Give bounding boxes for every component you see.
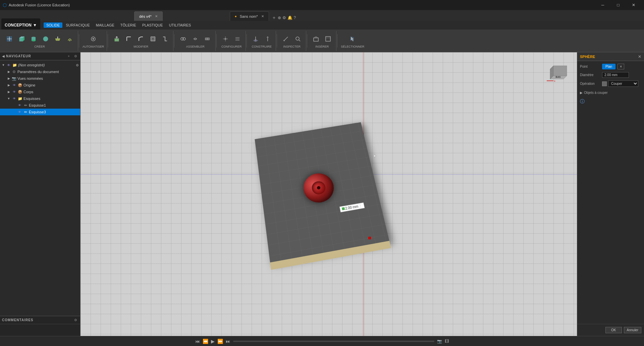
tab-sans-nom[interactable]: ● Sans nom* ✕ [230, 11, 269, 21]
parameters-button[interactable] [232, 34, 243, 44]
toolbar-construire: CONSTRUIRE [248, 31, 276, 51]
tree-item-corps[interactable]: ▶ 👁 📦 Corps [0, 89, 80, 95]
sphere-content: Point Plan ✕ Diamètre Opération Couper N… [577, 61, 644, 324]
menu-utilitaires[interactable]: UTILITAIRES [166, 22, 194, 28]
face-corner-br[interactable] [368, 237, 371, 239]
orientation-cube[interactable]: BAS x [543, 59, 570, 86]
add-tab-button[interactable]: ＋ [272, 15, 276, 21]
info-icon[interactable]: ⓘ [580, 99, 585, 104]
maximize-button[interactable]: □ [610, 0, 626, 10]
dim-menu-icon[interactable]: ⋮ [359, 204, 363, 208]
creer-label: CRÉER [34, 45, 45, 48]
automatiser-button[interactable] [88, 34, 99, 44]
create-revolve-button[interactable] [64, 34, 75, 44]
insert-button[interactable] [311, 34, 321, 44]
objets-section[interactable]: ▶ Objets à couper [580, 90, 641, 96]
assembler-label: ASSEMBLER [186, 45, 205, 48]
timeline-mode-button[interactable]: 🎞 [445, 339, 449, 344]
anim-next-button[interactable]: ⏩ [217, 339, 223, 344]
svg-marker-44 [553, 66, 567, 76]
point-plan-button[interactable]: Plan [602, 64, 615, 69]
operation-select[interactable]: Couper Nouveau corps Joindre Intersecter [608, 80, 638, 87]
tree-item-root[interactable]: ▼ 👁 📁 (Non enregistré) ⚙ [0, 62, 80, 68]
minimize-button[interactable]: ─ [595, 0, 610, 10]
settings-tab-button[interactable]: ⚙ [282, 15, 286, 20]
automatiser-icons [88, 34, 99, 44]
nav-settings-button[interactable]: ⚙ [73, 54, 78, 59]
navigator-tree: ▼ 👁 📁 (Non enregistré) ⚙ ▶ ⚙ Paramètres … [0, 60, 80, 316]
left-panel: ◀ NAVIGATEUR + ⚙ ▼ 👁 📁 (Non enregistré) … [0, 52, 80, 336]
menu-maillage[interactable]: MAILLAGE [93, 22, 117, 28]
timeline-settings-button[interactable]: 📷 [437, 339, 442, 344]
canvas-button[interactable] [323, 34, 333, 44]
scale-button[interactable] [160, 34, 170, 44]
svg-line-31 [284, 37, 288, 41]
tab-des-v4-close[interactable]: ✕ [155, 14, 158, 18]
press-pull-button[interactable] [111, 34, 122, 44]
tab-sans-nom-close[interactable]: ✕ [261, 14, 264, 18]
select-button[interactable] [347, 34, 358, 44]
svg-rect-37 [326, 37, 330, 41]
help-icon[interactable]: ? [294, 15, 296, 20]
sphere-outer [302, 171, 336, 205]
sep2 [108, 34, 108, 48]
tree-item-views[interactable]: ▶ 📷 Vues nommées [0, 75, 80, 82]
root-eye-icon[interactable]: 👁 [6, 62, 11, 68]
anim-end-button[interactable]: ⏭ [226, 339, 230, 344]
assemble-button[interactable] [178, 34, 189, 44]
axis-button[interactable] [262, 34, 273, 44]
menu-solide[interactable]: SOLIDE [44, 22, 62, 28]
create-extrude-button[interactable] [52, 34, 63, 44]
esq3-eye-icon[interactable]: 👁 [17, 109, 22, 115]
close-button[interactable]: ✕ [626, 0, 641, 10]
shell-button[interactable] [148, 34, 158, 44]
esq1-eye-icon[interactable]: 👁 [17, 103, 22, 108]
ok-button[interactable]: OK [605, 327, 622, 333]
tree-item-origine[interactable]: ▶ 👁 📦 Origine [0, 82, 80, 89]
measure-button[interactable] [280, 34, 291, 44]
esquisses-eye-icon[interactable]: 👁 [11, 96, 17, 101]
tree-item-esquisses[interactable]: ▼ 👁 📁 Esquisses [0, 95, 80, 102]
anim-prev-button[interactable]: ⏪ [203, 339, 208, 344]
configurer-button[interactable] [220, 34, 231, 44]
viewport[interactable]: 2.00 mm ⋮ BAS x [80, 52, 577, 336]
joint-button[interactable] [190, 34, 201, 44]
corps-eye-icon[interactable]: 👁 [11, 89, 17, 95]
diametre-input[interactable] [602, 72, 629, 78]
search-tab-button[interactable]: ⊕ [278, 15, 281, 20]
annuler-button[interactable]: Annuler [624, 327, 641, 333]
svg-text:BAS: BAS [556, 76, 561, 78]
anim-play-button[interactable]: ▶ [211, 339, 215, 344]
create-cylinder-button[interactable] [28, 34, 39, 44]
rigid-button[interactable] [202, 34, 213, 44]
svg-point-20 [194, 38, 196, 40]
nav-header-controls: + ⚙ [66, 54, 78, 59]
create-box-button[interactable] [16, 34, 27, 44]
tree-item-esquisse3[interactable]: 👁 ✏ Esquisse3 [0, 109, 80, 115]
create-new-body-button[interactable] [4, 34, 15, 44]
notifications-icon[interactable]: 🔔 [287, 15, 292, 20]
face-corner-handle[interactable] [373, 155, 376, 157]
timeline-track[interactable] [233, 341, 434, 342]
nav-expand-button[interactable]: + [66, 54, 71, 59]
plane-button[interactable] [250, 34, 261, 44]
sphere-panel-close[interactable]: ✕ [638, 54, 641, 59]
create-sphere-button[interactable] [40, 34, 51, 44]
menu-tolerie[interactable]: TÔLERIE [118, 22, 139, 28]
operation-select-container: Couper Nouveau corps Joindre Intersecter [602, 80, 638, 87]
anim-start-button[interactable]: ⏮ [195, 339, 200, 344]
comments-toggle[interactable]: ⚙ [73, 318, 78, 323]
tab-des-v4[interactable]: dés v4* ✕ [134, 11, 163, 21]
operation-label: Opération [580, 82, 600, 85]
menu-surfacique[interactable]: SURFACIQUE [63, 22, 93, 28]
root-settings-icon[interactable]: ⚙ [76, 63, 79, 67]
chamfer-button[interactable] [136, 34, 146, 44]
tree-item-params[interactable]: ▶ ⚙ Paramètres du document [0, 68, 80, 75]
point-clear-button[interactable]: ✕ [618, 64, 624, 69]
fillet-button[interactable] [123, 34, 134, 44]
inspect-button[interactable] [292, 34, 303, 44]
nav-collapse-icon[interactable]: ◀ [2, 54, 5, 58]
menu-plastique[interactable]: PLASTIQUE [140, 22, 166, 28]
origine-eye-icon[interactable]: 👁 [11, 82, 17, 88]
tree-item-esquisse1[interactable]: 👁 ✏ Esquisse1 [0, 102, 80, 109]
